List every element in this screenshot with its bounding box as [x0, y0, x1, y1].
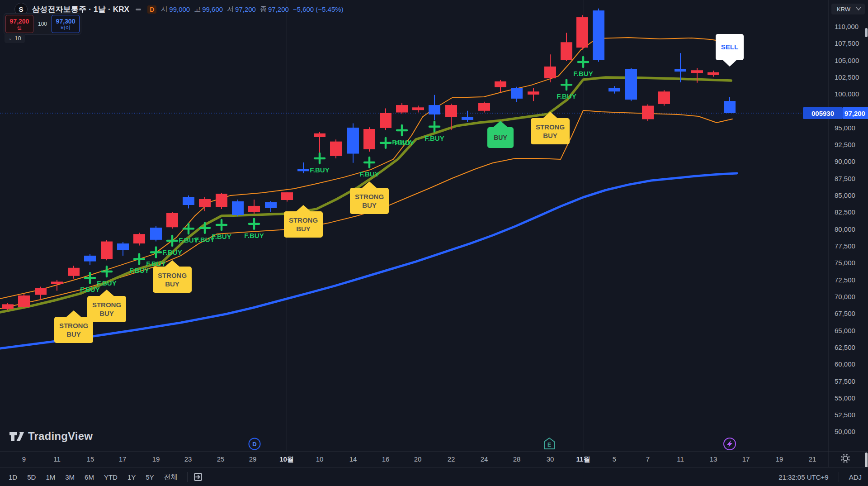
close-value: 97,200 — [268, 5, 289, 13]
clock-readout[interactable]: 21:32:05 UTC+9 — [778, 473, 829, 481]
range-button-6m[interactable]: 6M — [80, 472, 98, 483]
candle-body — [445, 105, 457, 117]
range-button-ytd[interactable]: YTD — [100, 472, 122, 483]
range-button-5y[interactable]: 5Y — [142, 472, 158, 483]
price-chart-canvas[interactable]: F.BUYF.BUYF.BUYF.BUYF.BUYF.BUYF.BUYF.BUY… — [0, 0, 868, 486]
gear-tooth — [844, 454, 844, 456]
toolbar-divider — [187, 472, 188, 482]
candle — [166, 212, 178, 229]
time-tick-label: 19 — [152, 455, 160, 463]
callout-text: BUY — [362, 201, 377, 209]
gear-tooth — [847, 454, 847, 456]
candle-body — [396, 105, 408, 112]
range-button-3m[interactable]: 3M — [61, 472, 79, 483]
callout-text: BUY — [296, 225, 311, 233]
callout-text: STRONG — [92, 301, 121, 309]
tradingview-chart-window: F.BUYF.BUYF.BUYF.BUYF.BUYF.BUYF.BUYF.BUY… — [0, 0, 868, 486]
ohlc-readout: 시 99,000 고 99,600 저 97,200 종 97,200 −5,6… — [161, 5, 343, 14]
candle-body — [363, 129, 375, 149]
candle-body — [297, 169, 309, 171]
price-tick-label: 60,000 — [835, 360, 855, 368]
price-tick-label: 100,000 — [835, 90, 859, 98]
adjust-toggle[interactable]: ADJ — [849, 473, 862, 481]
buy-price: 97,300 — [56, 18, 75, 25]
time-tick-label: 21 — [809, 455, 816, 463]
fbuy-label: F.BUY — [212, 233, 231, 240]
range-button-5d[interactable]: 5D — [23, 472, 40, 483]
tradingview-logo-icon — [9, 429, 24, 443]
candle-body — [166, 213, 178, 227]
time-tick-label: 17 — [742, 455, 750, 463]
candle-body — [2, 304, 14, 309]
time-tick-label: 13 — [710, 455, 717, 463]
candle-body — [412, 107, 424, 110]
candle-body — [561, 42, 572, 60]
gear-tooth — [847, 461, 847, 462]
sell-button[interactable]: 97,200 셀 — [5, 15, 33, 33]
candle-body — [232, 201, 244, 215]
price-tick-label: 75,000 — [835, 259, 855, 267]
candle-body — [511, 88, 523, 99]
time-tick-label: 11 — [53, 455, 61, 463]
open-label: 시 — [161, 5, 168, 14]
candle-body — [495, 81, 506, 87]
candle — [363, 127, 375, 152]
buy-button[interactable]: 97,300 바이 — [52, 15, 80, 33]
market-status-badge: D — [147, 5, 156, 14]
high-value: 99,600 — [202, 5, 223, 13]
range-button-1y[interactable]: 1Y — [123, 472, 140, 483]
callout-text: BUY — [66, 330, 81, 338]
callout-text: SELL — [721, 43, 738, 51]
price-tick-label: 70,000 — [835, 293, 855, 300]
candle-body — [576, 17, 588, 48]
price-tick-label: 55,000 — [835, 394, 855, 402]
candle-body — [199, 199, 211, 207]
fbuy-label: F.BUY — [573, 70, 593, 77]
fbuy-label: F.BUY — [359, 170, 379, 178]
candle-body — [117, 243, 129, 250]
candle-body — [625, 69, 637, 100]
callout-text: STRONG — [536, 123, 565, 131]
candle-body — [528, 91, 539, 95]
go-to-date-icon[interactable] — [193, 472, 203, 482]
indicator-legend-toggle[interactable]: ⌄ 10 — [5, 33, 25, 43]
price-tick-label: 82,500 — [835, 208, 855, 216]
time-tick-label: 15 — [87, 455, 94, 463]
time-tick-label: 7 — [646, 455, 650, 463]
minimize-icon[interactable] — [136, 9, 141, 10]
candle-body — [691, 70, 703, 73]
price-tick-label: 95,000 — [835, 124, 855, 132]
currency-dropdown[interactable]: KRW — [831, 4, 865, 14]
candle-body — [35, 288, 47, 295]
callout-text: STRONG — [355, 193, 384, 200]
price-tick-label: 107,500 — [835, 39, 859, 47]
candle-body — [658, 91, 670, 104]
range-button-1m[interactable]: 1M — [42, 472, 59, 483]
high-label: 고 — [194, 5, 201, 14]
candle — [625, 68, 637, 101]
time-tick-label: 10 — [316, 455, 324, 463]
candle — [216, 193, 227, 209]
tradingview-watermark[interactable]: TradingView — [9, 429, 93, 443]
candle-body — [593, 10, 604, 60]
gear-tooth — [841, 460, 843, 460]
toolbar-right: 21:32:05 UTC+9 ADJ — [778, 472, 868, 482]
candle-body — [68, 268, 80, 276]
range-selector: 1D5D1M3M6MYTD1Y5Y전체 — [0, 471, 203, 483]
candle-body — [183, 197, 194, 205]
price-tick-label: 57,500 — [835, 377, 855, 385]
scrollbar-thumb-top[interactable] — [865, 28, 868, 37]
gear-tooth — [841, 457, 843, 457]
candle-body — [429, 105, 440, 114]
price-tick-label: 65,000 — [835, 327, 855, 334]
candle-body — [314, 133, 326, 137]
price-tick-label: 77,500 — [835, 242, 855, 250]
time-tick-label: 5 — [613, 455, 616, 463]
toolbar-divider — [839, 472, 839, 482]
range-button-1d[interactable]: 1D — [5, 472, 21, 483]
callout-text: STRONG — [59, 322, 88, 329]
range-button-전체[interactable]: 전체 — [160, 471, 182, 483]
quantity-value[interactable]: 100 — [33, 21, 52, 27]
price-tick-label: 52,500 — [835, 411, 855, 419]
time-tick-label: 11월 — [576, 455, 590, 463]
